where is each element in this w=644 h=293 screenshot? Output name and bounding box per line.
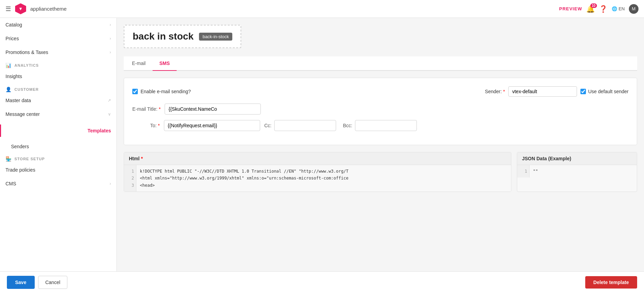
sidebar-label-cms: CMS xyxy=(5,181,16,186)
sender-select[interactable]: vtex-default xyxy=(508,86,577,97)
use-default-label: Use default sender xyxy=(588,89,629,94)
code-line-1: k!DOCTYPE html PUBLIC "-//W3C//DTD XHTML… xyxy=(140,168,348,175)
sidebar-label-prices: Prices xyxy=(5,36,19,41)
globe-icon: 🌐 xyxy=(612,6,617,11)
cc-label: Cc: xyxy=(264,123,271,128)
cc-bcc-row: Cc: Bcc: xyxy=(264,120,417,131)
notifications-button[interactable]: 🔔 10 xyxy=(586,5,595,13)
sender-group: Sender: * vtex-default Use default sende… xyxy=(485,86,629,97)
sidebar: Catalog › Prices › Promotions & Taxes › … xyxy=(0,18,117,271)
analytics-label: ANALYTICS xyxy=(14,63,39,67)
chevron-down-icon: ∨ xyxy=(108,112,111,117)
template-title: back in stock xyxy=(133,31,193,42)
json-panel: JSON Data (Example) 1 "" xyxy=(517,152,637,192)
chevron-right-icon: › xyxy=(110,36,111,41)
sidebar-label-templates: Templates xyxy=(88,128,111,133)
enable-email-checkbox-label[interactable]: Enable e-mail sending? xyxy=(132,89,191,94)
customer-section: 👤 CUSTOMER xyxy=(0,83,116,94)
email-title-label: E-mail Title: * xyxy=(132,106,160,112)
tab-sms[interactable]: SMS xyxy=(153,56,177,71)
preview-button[interactable]: PREVIEW xyxy=(559,6,582,11)
store-setup-section: 🏪 STORE SETUP xyxy=(0,153,116,163)
analytics-section: 📊 ANALYTICS xyxy=(0,59,116,69)
cc-group: Cc: xyxy=(264,120,336,131)
notification-badge: 10 xyxy=(590,3,597,8)
cancel-button[interactable]: Cancel xyxy=(38,276,68,289)
html-required-star: * xyxy=(141,156,143,161)
sidebar-item-prices[interactable]: Prices › xyxy=(0,32,116,45)
sidebar-label-catalog: Catalog xyxy=(5,22,22,28)
chevron-right-icon: › xyxy=(110,22,111,27)
json-panel-header: JSON Data (Example) xyxy=(517,152,637,165)
main-content: back in stock back-in-stock E-mail SMS E… xyxy=(117,18,644,271)
language-selector[interactable]: 🌐 EN xyxy=(612,6,625,11)
sidebar-item-templates[interactable]: Templates xyxy=(0,121,116,140)
help-icon[interactable]: ❓ xyxy=(599,5,608,13)
json-content[interactable]: "" xyxy=(530,165,541,177)
email-settings-card: Enable e-mail sending? Sender: * vtex-de… xyxy=(124,78,637,145)
html-panel: Html * 1 2 3 k!DOCTYPE html PUBLIC "-//W… xyxy=(124,152,511,192)
template-header: back in stock back-in-stock xyxy=(124,25,241,48)
person-icon: 👤 xyxy=(5,87,12,92)
store-icon: 🏪 xyxy=(5,156,12,162)
bottom-left-actions: Save Cancel xyxy=(7,276,67,289)
to-field-row: To: * Cc: Bcc: xyxy=(132,120,629,131)
sidebar-item-senders[interactable]: Senders xyxy=(0,140,116,153)
line-numbers: 1 2 3 xyxy=(124,165,136,192)
bcc-label: Bcc: xyxy=(343,123,352,128)
enable-email-checkbox[interactable] xyxy=(132,89,138,94)
to-label: To: * xyxy=(132,123,160,128)
avatar[interactable]: M xyxy=(629,4,639,14)
sidebar-label-master-data: Master data xyxy=(5,98,31,103)
code-line-3: <head> xyxy=(140,182,348,189)
json-line-numbers: 1 xyxy=(517,165,530,177)
store-setup-label: STORE SETUP xyxy=(14,157,45,161)
bcc-input[interactable] xyxy=(355,120,417,131)
sidebar-item-trade-policies[interactable]: Trade policies xyxy=(0,163,116,177)
email-title-input[interactable] xyxy=(165,104,261,115)
sidebar-label-trade-policies: Trade policies xyxy=(5,167,35,173)
html-content[interactable]: k!DOCTYPE html PUBLIC "-//W3C//DTD XHTML… xyxy=(136,165,352,192)
to-input[interactable] xyxy=(164,120,260,131)
sidebar-label-insights: Insights xyxy=(5,74,22,79)
sender-label: Sender: * xyxy=(485,89,505,94)
sidebar-label-promotions-taxes: Promotions & Taxes xyxy=(5,50,48,55)
sidebar-label-message-center: Message center xyxy=(5,111,40,117)
save-button[interactable]: Save xyxy=(7,276,35,289)
chevron-right-icon: › xyxy=(110,50,111,55)
customer-label: CUSTOMER xyxy=(14,87,39,91)
logo-icon: ▼ xyxy=(15,3,26,14)
sidebar-item-master-data[interactable]: Master data ↗ xyxy=(0,94,116,107)
code-section: Html * 1 2 3 k!DOCTYPE html PUBLIC "-//W… xyxy=(124,152,637,192)
sender-required: * xyxy=(503,89,505,94)
sidebar-item-cms[interactable]: CMS › xyxy=(0,177,116,191)
template-badge: back-in-stock xyxy=(199,33,232,41)
email-title-row: E-mail Title: * xyxy=(132,104,629,115)
channel-tabs: E-mail SMS xyxy=(124,56,637,71)
app-name: appliancetheme xyxy=(30,6,555,12)
bottom-bar: Save Cancel Delete template xyxy=(0,271,644,293)
tab-email[interactable]: E-mail xyxy=(125,56,153,71)
external-link-icon: ↗ xyxy=(108,98,111,103)
cc-input[interactable] xyxy=(274,120,336,131)
bcc-group: Bcc: xyxy=(343,120,417,131)
sidebar-item-catalog[interactable]: Catalog › xyxy=(0,18,116,32)
menu-icon[interactable]: ☰ xyxy=(5,5,11,13)
lang-label: EN xyxy=(619,6,625,11)
delete-template-button[interactable]: Delete template xyxy=(585,276,637,289)
use-default-checkbox[interactable] xyxy=(580,89,586,94)
json-line-1: "" xyxy=(533,168,538,175)
html-panel-header: Html * xyxy=(124,152,511,165)
code-line-2: <html xmlns="http://www.w3.org/1999/xhtm… xyxy=(140,175,348,182)
sidebar-label-senders: Senders xyxy=(11,144,29,149)
enable-email-label: Enable e-mail sending? xyxy=(141,89,191,94)
html-editor[interactable]: 1 2 3 k!DOCTYPE html PUBLIC "-//W3C//DTD… xyxy=(124,165,511,192)
use-default-checkbox-label[interactable]: Use default sender xyxy=(580,89,629,94)
chevron-right-icon: › xyxy=(110,181,111,186)
json-editor[interactable]: 1 "" xyxy=(517,165,637,177)
sidebar-item-insights[interactable]: Insights xyxy=(0,69,116,83)
topbar: ☰ ▼ appliancetheme PREVIEW 🔔 10 ❓ 🌐 EN M xyxy=(0,0,644,18)
bar-chart-icon: 📊 xyxy=(5,63,12,68)
sidebar-item-message-center[interactable]: Message center ∨ xyxy=(0,107,116,121)
sidebar-item-promotions-taxes[interactable]: Promotions & Taxes › xyxy=(0,45,116,59)
